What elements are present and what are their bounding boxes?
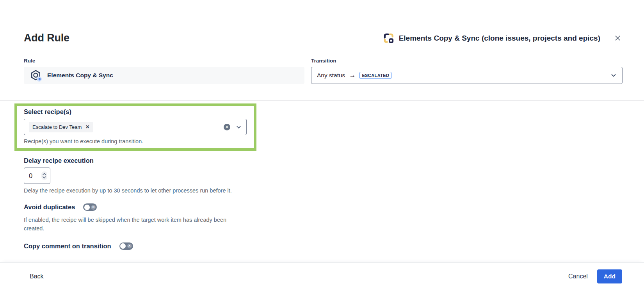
avoid-duplicates-row: Avoid duplicates ✕	[24, 203, 623, 211]
cancel-button[interactable]: Cancel	[564, 270, 592, 283]
avoid-duplicates-toggle[interactable]: ✕	[83, 203, 97, 211]
toggle-off-icon: ✕	[127, 244, 132, 248]
avoid-duplicates-helper: If enabled, the recipe will be skipped w…	[24, 216, 238, 233]
add-rule-modal: Add Rule Elements Copy & Sync (clone iss…	[0, 0, 644, 303]
toggle-knob	[120, 243, 126, 249]
delay-heading: Delay recipe execution	[24, 157, 623, 164]
close-icon[interactable]	[613, 33, 623, 43]
transition-from-status: Any status	[317, 72, 345, 79]
delay-number-input[interactable]: 0	[24, 168, 50, 184]
transition-column: Transition Any status → ESCALATED	[311, 58, 623, 84]
stepper-up-icon	[43, 173, 46, 175]
rule-value: Elements Copy & Sync	[47, 72, 113, 79]
elements-copy-sync-app-icon	[382, 32, 395, 44]
recipe-chip-label: Escalate to Dev Team	[32, 124, 82, 130]
arrow-right-icon: →	[349, 71, 356, 79]
transition-label: Transition	[311, 58, 623, 64]
select-recipes-helper: Recipe(s) you want to execute during tra…	[24, 138, 247, 144]
toggle-off-icon: ✕	[91, 205, 96, 210]
page-title: Add Rule	[24, 32, 69, 44]
copy-sync-rule-icon	[30, 70, 42, 82]
number-stepper[interactable]	[41, 171, 47, 180]
highlighted-recipe-section: Select recipe(s) Escalate to Dev Team ✕ …	[14, 103, 256, 151]
app-header-title: Elements Copy & Sync (clone issues, proj…	[399, 34, 600, 43]
rule-field: Elements Copy & Sync	[24, 67, 304, 84]
transition-select[interactable]: Any status → ESCALATED	[311, 67, 623, 84]
chevron-down-icon[interactable]	[610, 72, 617, 78]
add-button[interactable]: Add	[597, 269, 622, 283]
stepper-down-icon	[43, 176, 46, 178]
rule-transition-row: Rule Elements Copy & Sync Transition	[24, 58, 623, 84]
modal-footer: Back Cancel Add	[0, 262, 644, 283]
select-controls: ✕	[224, 124, 242, 130]
toggle-knob	[84, 205, 90, 210]
rule-column: Rule Elements Copy & Sync	[24, 58, 304, 84]
rule-label: Rule	[24, 58, 304, 64]
clear-all-icon[interactable]: ✕	[224, 124, 230, 130]
copy-comment-heading: Copy comment on transition	[24, 242, 111, 250]
modal-header: Add Rule Elements Copy & Sync (clone iss…	[24, 32, 623, 44]
status-badge: ESCALATED	[359, 72, 391, 79]
back-button[interactable]: Back	[30, 273, 44, 280]
section-divider	[0, 100, 644, 101]
chip-remove-icon[interactable]: ✕	[85, 125, 89, 129]
copy-comment-toggle[interactable]: ✕	[119, 242, 133, 250]
recipe-chip[interactable]: Escalate to Dev Team ✕	[29, 122, 93, 132]
recipe-multiselect[interactable]: Escalate to Dev Team ✕ ✕	[24, 119, 247, 135]
chevron-down-icon[interactable]	[236, 124, 242, 130]
avoid-duplicates-heading: Avoid duplicates	[24, 203, 75, 211]
footer-actions: Cancel Add	[564, 269, 622, 283]
delay-value: 0	[29, 172, 32, 180]
app-header: Elements Copy & Sync (clone issues, proj…	[382, 32, 600, 44]
delay-helper: Delay the recipe execution by up to 30 s…	[24, 187, 623, 194]
select-recipes-heading: Select recipe(s)	[24, 108, 247, 116]
copy-comment-row: Copy comment on transition ✕	[24, 242, 623, 250]
